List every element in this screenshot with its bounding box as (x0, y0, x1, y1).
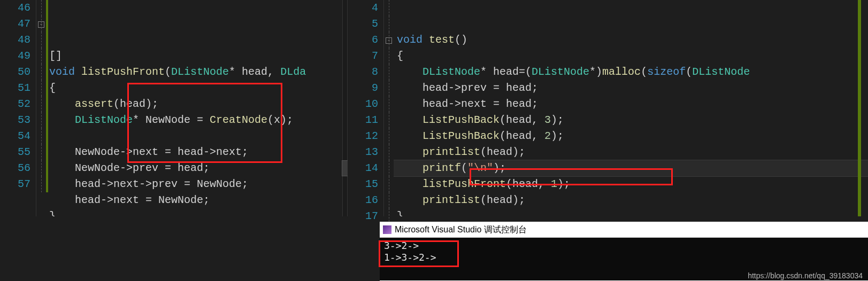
code-line[interactable]: { (46, 80, 342, 96)
code-line[interactable]: listPushFront(head, 1); (394, 176, 868, 192)
code-line[interactable]: { (394, 48, 868, 64)
code-line[interactable]: DListNode* head=(DListNode*)malloc(sizeo… (394, 64, 868, 80)
editor-pane-right[interactable]: 4567891011121314151617 - void test(){ DL… (348, 0, 868, 216)
code-line[interactable]: printlist(head); (394, 192, 868, 208)
fold-cell[interactable] (384, 192, 394, 208)
fold-cell[interactable] (384, 64, 394, 80)
line-number: 51 (0, 80, 30, 96)
code-line[interactable]: printlist(head); (394, 144, 868, 160)
line-number: 17 (348, 208, 378, 224)
gutter-left: 464748495051525354555657 (0, 0, 36, 216)
code-line[interactable]: void test() (394, 32, 868, 48)
fold-cell[interactable] (384, 160, 394, 176)
code-line[interactable] (46, 128, 342, 144)
line-number: 10 (348, 96, 378, 112)
fold-cell[interactable] (384, 112, 394, 128)
line-number: 12 (348, 128, 378, 144)
vs-icon (383, 225, 391, 234)
line-number: 52 (0, 96, 30, 112)
line-number: 5 (348, 16, 378, 32)
code-area-right[interactable]: void test(){ DListNode* head=(DListNode*… (394, 0, 868, 216)
code-line[interactable]: printf("\n"); (394, 160, 868, 176)
line-number: 4 (348, 0, 378, 16)
code-line[interactable]: ListPushBack(head, 3); (394, 112, 868, 128)
line-number: 15 (348, 176, 378, 192)
code-line[interactable]: head->next = NewNode; (46, 192, 342, 208)
fold-cell[interactable] (384, 176, 394, 192)
line-number: 9 (348, 80, 378, 96)
line-number: 54 (0, 128, 30, 144)
fold-cell[interactable] (36, 32, 46, 48)
line-number: 53 (0, 112, 30, 128)
code-line[interactable]: DListNode* NewNode = CreatNode(x); (46, 112, 342, 128)
line-number: 6 (348, 32, 378, 48)
line-number: 50 (0, 64, 30, 80)
watermark-text: https://blog.csdn.net/qq_39183034 (748, 271, 863, 280)
line-number: 14 (348, 160, 378, 176)
line-number: 57 (0, 176, 30, 192)
fold-cell[interactable] (36, 80, 46, 96)
fold-cell[interactable] (36, 112, 46, 128)
code-line[interactable]: void listPushFront(DListNode* head, DLda (46, 64, 342, 80)
fold-cell[interactable] (384, 16, 394, 32)
line-number: 11 (348, 112, 378, 128)
code-line[interactable]: head->prev = head; (394, 80, 868, 96)
line-number: 56 (0, 160, 30, 176)
code-line[interactable]: } (394, 208, 868, 216)
code-line[interactable]: assert(head); (46, 96, 342, 112)
code-line[interactable] (394, 0, 868, 16)
line-number: 47 (0, 16, 30, 32)
fold-cell[interactable] (36, 96, 46, 112)
fold-cell[interactable] (36, 64, 46, 80)
code-line[interactable]: ListPushBack(head, 2); (394, 128, 868, 144)
code-line[interactable]: NewNode->prev = head; (46, 160, 342, 176)
pane-splitter[interactable] (342, 0, 348, 216)
fold-cell[interactable] (36, 144, 46, 160)
fold-column-right[interactable]: - (384, 0, 394, 216)
fold-cell[interactable] (36, 0, 46, 16)
console-titlebar[interactable]: Microsoft Visual Studio 调试控制台 (380, 222, 868, 238)
fold-cell[interactable] (36, 160, 46, 176)
editor-pane-left[interactable]: 464748495051525354555657 - []void listPu… (0, 0, 342, 216)
fold-cell[interactable] (384, 96, 394, 112)
fold-cell[interactable]: - (36, 16, 46, 32)
fold-cell[interactable] (36, 128, 46, 144)
fold-cell[interactable] (36, 176, 46, 192)
fold-toggle-icon[interactable]: - (386, 37, 392, 44)
code-line[interactable]: head->next->prev = NewNode; (46, 176, 342, 192)
line-number: 16 (348, 192, 378, 208)
code-line[interactable]: } (46, 208, 342, 216)
fold-toggle-icon[interactable]: - (38, 21, 44, 28)
code-line[interactable]: head->next = head; (394, 96, 868, 112)
fold-cell[interactable] (384, 128, 394, 144)
fold-cell[interactable] (384, 48, 394, 64)
line-number: 55 (0, 144, 30, 160)
line-number: 46 (0, 0, 30, 16)
fold-cell[interactable] (384, 144, 394, 160)
line-number: 7 (348, 48, 378, 64)
line-number: 49 (0, 48, 30, 64)
code-line[interactable] (394, 16, 868, 32)
line-number: 48 (0, 32, 30, 48)
code-area-left[interactable]: []void listPushFront(DListNode* head, DL… (46, 0, 342, 216)
console-title: Microsoft Visual Studio 调试控制台 (395, 222, 527, 238)
fold-cell[interactable] (36, 48, 46, 64)
fold-column-left[interactable]: - (36, 0, 46, 216)
gutter-right: 4567891011121314151617 (348, 0, 384, 216)
fold-cell[interactable] (384, 80, 394, 96)
line-number: 8 (348, 64, 378, 80)
change-bar-right-edge (858, 0, 861, 216)
code-line[interactable]: [] (46, 48, 342, 64)
line-number: 13 (348, 144, 378, 160)
code-line[interactable]: NewNode->next = head->next; (46, 144, 342, 160)
fold-cell[interactable] (384, 0, 394, 16)
fold-cell[interactable]: - (384, 32, 394, 48)
